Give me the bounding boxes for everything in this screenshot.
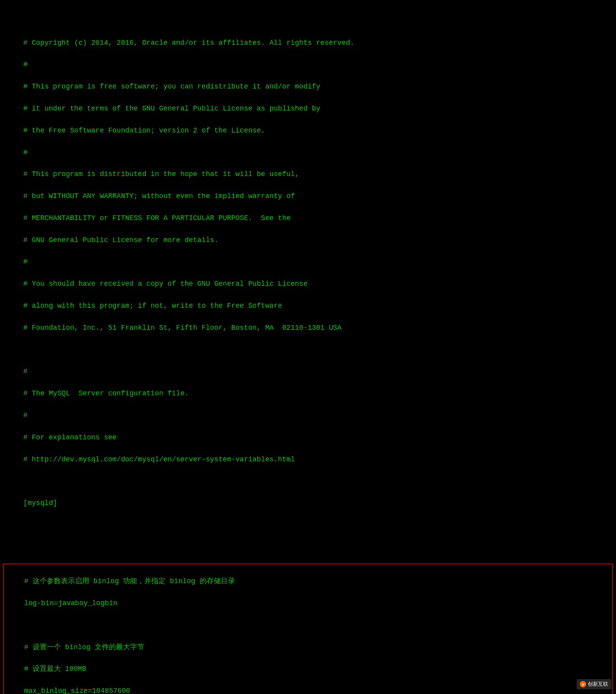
watermark-icon: ⊗ [580, 681, 586, 687]
line-17: # [23, 411, 28, 419]
mysqld-section: [mysqld] [23, 499, 57, 507]
watermark-text: 创新互联 [588, 681, 608, 688]
line-14: # Foundation, Inc., 51 Franklin St, Fift… [23, 324, 341, 332]
line-16: # The MySQL Server configuration file. [23, 389, 189, 397]
line-6: # [23, 149, 28, 156]
line-10: # GNU General Public License for more de… [23, 236, 218, 244]
max-binlog-comment-1: # 设置一个 binlog 文件的最大字节 [24, 643, 144, 651]
line-19: # http://dev.mysql.com/doc/mysql/en/serv… [23, 455, 295, 463]
line-1: # Copyright (c) 2014, 2016, Oracle and/o… [23, 39, 354, 47]
terminal-output: # Copyright (c) 2014, 2016, Oracle and/o… [0, 0, 616, 694]
line-7: # This program is distributed in the hop… [23, 170, 299, 178]
log-bin-config: log-bin=javaboy_logbin [24, 599, 117, 607]
highlighted-config-block: # 这个参数表示启用 binlog 功能，并指定 binlog 的存储目录 lo… [3, 564, 613, 694]
line-5: # the Free Software Foundation; version … [23, 127, 265, 134]
comment-block: # Copyright (c) 2014, 2016, Oracle and/o… [6, 27, 610, 531]
line-12: # You should have received a copy of the… [23, 280, 308, 288]
line-13: # along with this program; if not, write… [23, 302, 282, 310]
watermark: ⊗ 创新互联 [577, 679, 611, 689]
max-binlog-size-config: max_binlog_size=104857600 [24, 687, 130, 694]
binlog-comment-1: # 这个参数表示启用 binlog 功能，并指定 binlog 的存储目录 [24, 577, 235, 585]
line-15: # [23, 367, 28, 375]
line-11: # [23, 258, 28, 266]
line-2: # [23, 61, 28, 68]
line-9: # MERCHANTABILITY or FITNESS FOR A PARTI… [23, 214, 291, 222]
line-3: # This program is free software; you can… [23, 83, 320, 90]
max-binlog-comment-2: # 设置最大 100MB [24, 665, 86, 673]
line-18: # For explanations see [23, 433, 117, 441]
line-8: # but WITHOUT ANY WARRANTY; without even… [23, 192, 295, 200]
line-4: # it under the terms of the GNU General … [23, 105, 320, 112]
